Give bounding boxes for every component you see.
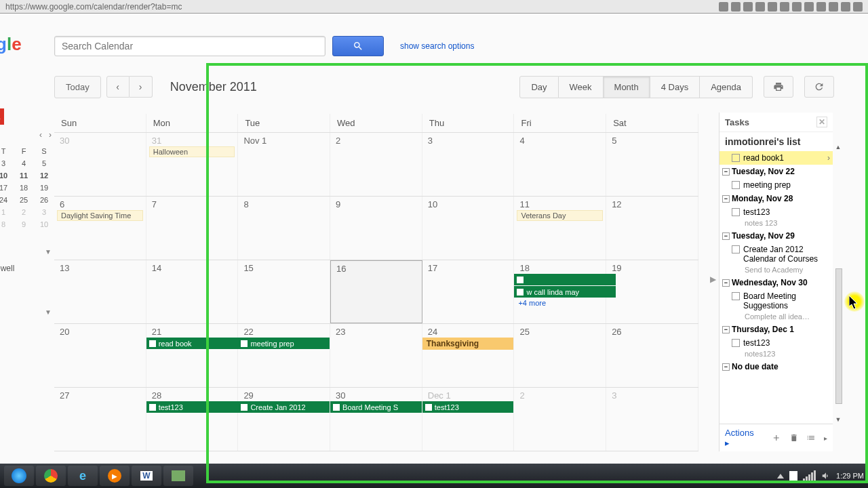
- day-cell[interactable]: 27: [54, 388, 146, 451]
- day-cell[interactable]: 16: [330, 260, 422, 323]
- day-cell[interactable]: 13: [54, 260, 146, 323]
- event-task[interactable]: meeting prep: [238, 338, 330, 349]
- day-cell[interactable]: 7: [146, 197, 239, 260]
- day-cell[interactable]: 12: [606, 197, 698, 260]
- search-button[interactable]: [332, 36, 384, 56]
- tasks-list-name[interactable]: inmotionrei's list: [719, 132, 833, 151]
- day-cell[interactable]: 19: [606, 260, 698, 323]
- day-cell[interactable]: 25: [514, 324, 606, 387]
- day-cell[interactable]: 14: [146, 260, 239, 323]
- task-group-header[interactable]: −Monday, Nov 28: [719, 192, 833, 205]
- dropdown-icon[interactable]: ▼: [45, 248, 52, 256]
- event-task[interactable]: test123: [146, 401, 248, 413]
- mini-calendar[interactable]: TFS3451011121718192425261238910: [0, 145, 54, 230]
- event-task[interactable]: Create Jan 2012: [238, 401, 330, 413]
- mini-prev[interactable]: ‹: [39, 130, 42, 140]
- view-tab-4days[interactable]: 4 Days: [650, 76, 700, 98]
- delete-task-icon[interactable]: [789, 432, 799, 443]
- day-cell[interactable]: 11Veterans Day: [514, 197, 606, 260]
- tasks-actions[interactable]: Actions ▸: [725, 428, 755, 448]
- day-cell[interactable]: 26: [606, 324, 698, 387]
- taskbar-word[interactable]: W: [132, 466, 161, 486]
- event-allday[interactable]: Veterans Day: [517, 210, 603, 221]
- day-cell[interactable]: 15: [238, 260, 330, 323]
- view-tab-week[interactable]: Week: [559, 76, 604, 98]
- task-group-header[interactable]: −No due date: [719, 360, 833, 373]
- tray-expand-icon[interactable]: [777, 474, 784, 479]
- day-cell[interactable]: 30: [54, 133, 146, 196]
- taskbar-start[interactable]: [4, 466, 34, 486]
- day-cell[interactable]: 3: [606, 388, 698, 451]
- tasks-close-icon[interactable]: ✕: [816, 117, 827, 127]
- day-cell[interactable]: 22meeting prep: [238, 324, 330, 387]
- day-cell[interactable]: 21read book: [146, 324, 239, 387]
- scroll-up-icon[interactable]: ▲: [834, 144, 842, 152]
- day-cell[interactable]: 9: [330, 197, 422, 260]
- day-cell[interactable]: 20: [54, 324, 146, 387]
- view-tab-agenda[interactable]: Agenda: [700, 76, 753, 98]
- day-cell[interactable]: 30Board Meeting S: [330, 388, 422, 451]
- day-cell[interactable]: 31Halloween: [146, 133, 239, 196]
- mini-next[interactable]: ›: [49, 130, 52, 140]
- task-item[interactable]: meeting prep: [719, 178, 833, 192]
- taskbar-media[interactable]: ▶: [100, 466, 130, 486]
- day-cell[interactable]: 2: [514, 388, 606, 451]
- prev-button[interactable]: ‹: [106, 76, 130, 98]
- taskbar-chrome[interactable]: [36, 466, 66, 486]
- next-button[interactable]: ›: [130, 76, 153, 98]
- search-input[interactable]: [54, 36, 326, 56]
- event-task[interactable]: [514, 274, 616, 285]
- dropdown-icon[interactable]: ▼: [45, 308, 52, 316]
- scrollbar-thumb[interactable]: [835, 268, 842, 404]
- task-group-header[interactable]: −Wednesday, Nov 30: [719, 276, 833, 289]
- task-group-header[interactable]: −Tuesday, Nov 22: [719, 165, 833, 178]
- task-group-header[interactable]: −Tuesday, Nov 29: [719, 229, 833, 243]
- event-allday[interactable]: Daylight Saving Time: [57, 210, 143, 221]
- day-cell[interactable]: 17: [422, 260, 515, 323]
- view-tab-month[interactable]: Month: [604, 76, 650, 98]
- tray-icon[interactable]: [789, 471, 797, 481]
- day-cell[interactable]: 4: [514, 133, 606, 196]
- task-item[interactable]: read book1›: [719, 151, 833, 165]
- show-search-options[interactable]: show search options: [400, 41, 474, 51]
- task-checkbox[interactable]: [732, 245, 740, 253]
- wifi-icon[interactable]: [803, 470, 816, 482]
- event-task[interactable]: read book: [146, 338, 248, 349]
- event-task[interactable]: test123: [422, 401, 514, 413]
- scroll-down-icon[interactable]: ▼: [834, 416, 842, 424]
- print-button[interactable]: [764, 76, 793, 98]
- task-item[interactable]: Create Jan 2012 Calendar of Courses: [719, 243, 833, 266]
- day-cell[interactable]: Dec 1test123: [422, 388, 515, 451]
- event-task[interactable]: Board Meeting S: [330, 401, 422, 413]
- taskbar-ie[interactable]: e: [68, 466, 98, 486]
- calendar-list-item[interactable]: owell: [0, 264, 14, 273]
- task-checkbox[interactable]: [732, 181, 740, 189]
- task-checkbox[interactable]: [732, 292, 740, 300]
- volume-icon[interactable]: [821, 471, 831, 481]
- day-cell[interactable]: 10: [422, 197, 515, 260]
- expand-toggle-icon[interactable]: ▶: [710, 274, 716, 284]
- view-tab-day[interactable]: Day: [519, 76, 558, 98]
- day-cell[interactable]: Nov 1: [238, 133, 330, 196]
- task-checkbox[interactable]: [732, 154, 740, 162]
- task-list-icon[interactable]: [806, 432, 816, 443]
- task-group-header[interactable]: −Thursday, Dec 1: [719, 323, 833, 336]
- day-cell[interactable]: 8: [238, 197, 330, 260]
- day-cell[interactable]: 28test123: [146, 388, 239, 451]
- today-button[interactable]: Today: [54, 76, 101, 98]
- day-cell[interactable]: 2: [330, 133, 422, 196]
- refresh-button[interactable]: [804, 76, 834, 98]
- day-cell[interactable]: 24Thanksgiving: [422, 324, 515, 387]
- event-task[interactable]: w call linda may: [514, 286, 616, 298]
- more-events-link[interactable]: +4 more: [514, 298, 606, 308]
- add-task-icon[interactable]: [772, 432, 781, 443]
- day-cell[interactable]: 3: [422, 133, 515, 196]
- day-cell[interactable]: 23: [330, 324, 422, 387]
- event-allday[interactable]: Halloween: [149, 146, 235, 157]
- day-cell[interactable]: 6Daylight Saving Time: [54, 197, 146, 260]
- event-holiday[interactable]: Thanksgiving: [422, 338, 514, 350]
- taskbar-clock[interactable]: 1:29 PM: [836, 472, 864, 480]
- task-item[interactable]: Board Meeting Suggestions: [719, 289, 833, 312]
- task-item[interactable]: test123: [719, 205, 833, 219]
- task-checkbox[interactable]: [732, 208, 740, 216]
